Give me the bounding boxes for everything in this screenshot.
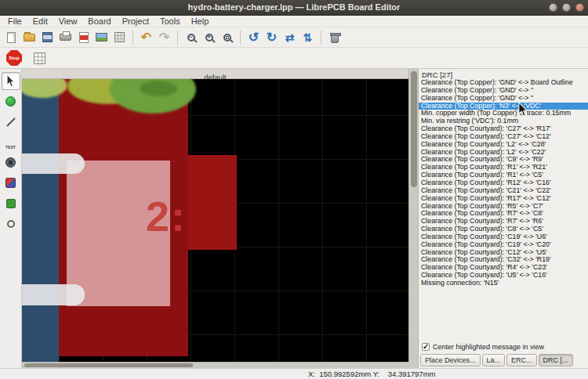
drc-message[interactable]: Clearance (Top Courtyard): 'R7' <-> 'R6' [419,218,588,226]
drc-message[interactable]: Clearance (Top Courtyard): 'R1' <-> 'C5' [419,171,588,179]
drc-message[interactable]: Clearance (Top Courtyard): 'R17' <-> 'C1… [419,195,588,203]
drc-message[interactable]: Min. via restring ('VDC'): 0.1mm [419,117,588,125]
dock-button[interactable]: ERC... [506,354,537,366]
order-pcb-button[interactable] [111,28,129,46]
toolbar-main: − + [0,27,588,48]
horizontal-scroll-thumb[interactable] [24,363,193,367]
pdf-icon [79,32,89,43]
drc-message[interactable]: Min. copper width (Top Copper) of trace:… [419,110,588,117]
draw-circle-tool-button[interactable] [2,92,20,110]
export-image-button[interactable] [93,28,111,46]
menu-item[interactable]: Tools [154,16,186,27]
menu-item[interactable]: Project [117,16,154,27]
save-icon [42,32,53,42]
toolbar-separator [321,31,321,45]
redo-button[interactable] [155,28,173,46]
print-button[interactable] [56,28,74,46]
statusbar: X: 150.992592mm Y: 34.391797mm [0,368,588,379]
zoom-fit-button[interactable] [218,28,236,46]
drc-message[interactable]: Clearance (Top Courtyard): 'R5' <-> 'C7' [419,203,588,211]
new-file-icon [7,32,16,43]
drc-message[interactable]: Clearance (Top Copper): 'GND' <-> '' [419,87,588,95]
drc-options-row: Center highlighted message in view [419,341,588,352]
left-tool-palette: TEXT [0,69,22,368]
rotate-cw-button[interactable] [263,28,281,46]
menu-item[interactable]: Edit [27,16,53,27]
drc-message[interactable]: Clearance (Top Courtyard): 'R7' <-> 'C8' [419,210,588,218]
dock-button[interactable]: La... [482,354,506,366]
drc-message[interactable]: Clearance (Top Courtyard): 'U5' <-> 'C16… [419,272,588,280]
grid-settings-icon[interactable] [34,52,45,64]
open-folder-icon [24,34,35,42]
flip-horizontal-button[interactable] [281,28,299,46]
undo-button[interactable] [137,28,155,46]
draw-line-tool-button[interactable] [2,113,20,131]
canvas-horizontal-scrollbar[interactable] [22,362,408,368]
drc-message[interactable]: Clearance (Top Courtyard): 'R12' <-> 'C1… [419,179,588,187]
drc-message[interactable]: Clearance (Top Courtyard): 'C19' <-> 'C2… [419,241,588,249]
save-button[interactable] [38,28,56,46]
drc-message[interactable]: Clearance (Top Courtyard): 'C12' <-> 'U5… [419,249,588,257]
drc-message[interactable]: Clearance (Top Courtyard): 'C32' <-> 'R1… [419,256,588,264]
drc-message-list: Clearance (Top Copper): 'GND' <-> Board … [419,79,588,341]
image-icon [96,33,107,42]
menu-item[interactable]: Board [82,16,116,27]
drc-message[interactable]: Clearance (Top Courtyard): 'L2' <-> 'C22… [419,149,588,157]
menu-item[interactable]: Help [186,16,215,27]
drc-message[interactable]: Clearance (Top Courtyard): 'R4' <-> 'C23… [419,264,588,272]
select-tool-button[interactable] [2,72,20,90]
minimize-icon[interactable] [549,3,557,12]
rotate-ccw-button[interactable] [245,28,263,46]
add-text-tool-button[interactable]: TEXT [2,133,20,151]
vertical-scroll-thumb[interactable] [411,71,417,187]
export-pdf-button[interactable] [74,28,93,46]
drc-message[interactable]: Clearance (Top Copper): 'GND' <-> '' [419,95,588,103]
open-project-button[interactable] [20,28,38,46]
via-icon [5,157,16,168]
cursor-arrow-icon [6,75,15,87]
delete-button[interactable] [325,28,343,46]
drc-message[interactable]: Clearance (Top Courtyard): 'C19' <-> 'U6… [419,233,588,241]
menu-item[interactable]: View [53,16,83,27]
stop-icon: Stop [6,50,22,66]
close-icon[interactable] [575,3,584,12]
trash-icon [331,34,339,43]
drc-message[interactable]: Clearance (Top Courtyard): 'C21' <-> 'C2… [419,187,588,195]
drc-panel-title: DRC [27] [419,69,588,80]
zoom-fit-icon [223,34,231,42]
zoom-out-button[interactable]: − [182,28,200,46]
canvas-vertical-scrollbar[interactable] [408,69,418,362]
drc-message[interactable]: Clearance (Top Courtyard): 'C9' <-> 'R9' [419,156,588,164]
window: hydro-battery-charger.lpp — LibrePCB Boa… [0,0,588,379]
drc-message[interactable]: Clearance (Top Courtyard): 'R1' <-> 'R21… [419,164,588,171]
draw-polygon-tool-button[interactable] [2,194,20,212]
zoom-in-button[interactable]: + [200,28,218,46]
add-via-tool-button[interactable] [2,153,20,171]
stop-button[interactable]: Stop [4,49,24,67]
toolbar-separator [177,31,178,45]
flip-vertical-button[interactable] [299,28,317,46]
center-message-label: Center highlighted message in view [433,343,544,351]
pad-pill-bottom [22,284,85,305]
dock-button[interactable]: Place Devices... [420,354,481,366]
draw-plane-tool-button[interactable] [2,174,20,192]
drc-message[interactable]: Clearance (Top Copper): 'N3' <-> 'VDC' [419,103,588,110]
dock-button[interactable]: DRC [... [539,354,573,366]
copper-zone-blue [22,79,59,362]
toolbar-separator [132,31,133,45]
drc-message[interactable]: Clearance (Top Copper): 'GND' <-> Board … [419,79,588,87]
center-message-checkbox[interactable] [422,343,430,351]
drc-message[interactable]: Clearance (Top Courtyard): 'L2' <-> 'C28… [419,141,588,149]
add-hole-tool-button[interactable] [2,215,20,233]
drc-message[interactable]: Missing connection: 'N15' [419,280,588,287]
dock-button-row: Place Devices...La...ERC...DRC [... [419,352,588,368]
menu-item[interactable]: File [2,16,27,27]
maximize-icon[interactable] [562,3,571,12]
board-canvas[interactable]: 2: [22,79,408,362]
cursor-coordinates: X: 150.992592mm Y: 34.391797mm [308,370,435,378]
window-title: hydro-battery-charger.lpp — LibrePCB Boa… [0,2,588,12]
drc-message[interactable]: Clearance (Top Courtyard): 'C27' <-> 'R1… [419,125,588,133]
drc-message[interactable]: Clearance (Top Courtyard): 'C8' <-> 'C5' [419,226,588,233]
new-project-button[interactable] [2,28,20,46]
drc-message[interactable]: Clearance (Top Courtyard): 'C27' <-> 'C1… [419,133,588,141]
